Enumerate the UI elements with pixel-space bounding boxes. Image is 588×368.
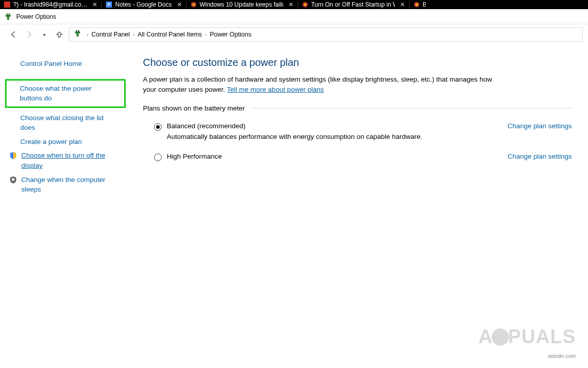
page-heading: Choose or customize a power plan <box>143 57 572 68</box>
page-description: A power plan is a collection of hardware… <box>143 75 498 94</box>
sidebar-item-create-plan[interactable]: Create a power plan <box>7 135 126 149</box>
svg-rect-0 <box>4 2 10 8</box>
chevron-right-icon: › <box>132 32 135 38</box>
chevron-down-icon: ▾ <box>43 32 46 38</box>
change-plan-settings-link[interactable]: Change plan settings <box>507 122 572 140</box>
power-plan-row: Balanced (recommended) Automatically bal… <box>143 120 572 151</box>
close-icon[interactable]: ✕ <box>400 1 405 8</box>
recent-locations-button[interactable]: ▾ <box>39 29 50 40</box>
browser-tab[interactable]: Windows 10 Update keeps failin… ✕ <box>187 0 298 9</box>
back-button[interactable] <box>8 29 19 40</box>
chevron-right-icon: › <box>86 32 89 38</box>
plan-description: Automatically balances performance with … <box>167 133 499 140</box>
forward-button[interactable] <box>23 29 34 40</box>
sidebar-home-link[interactable]: Control Panel Home <box>7 57 126 71</box>
plan-radio-high-performance[interactable] <box>154 154 162 161</box>
watermark-face-icon <box>492 328 509 346</box>
browser-tabstrip: ?) - Irashid984@gmail.co… ✕ Notes - Goog… <box>0 0 588 9</box>
section-label: Plans shown on the battery meter <box>143 104 245 112</box>
watermark-logo: A PUALS <box>479 326 576 348</box>
breadcrumb-item[interactable]: Power Options <box>210 31 251 38</box>
svg-rect-18 <box>77 33 79 36</box>
window-title: Power Options <box>16 13 56 20</box>
svg-rect-13 <box>6 15 11 17</box>
power-options-icon <box>4 13 12 21</box>
svg-rect-11 <box>7 13 8 15</box>
svg-point-19 <box>12 178 15 181</box>
breadcrumb-item[interactable]: Control Panel <box>91 31 130 38</box>
section-header: Plans shown on the battery meter <box>143 104 572 112</box>
breadcrumb[interactable]: › Control Panel › All Control Panel Item… <box>69 27 583 42</box>
svg-rect-2 <box>107 3 111 4</box>
plan-radio-balanced[interactable] <box>154 123 162 131</box>
svg-rect-3 <box>107 4 111 5</box>
window-titlebar: Power Options <box>0 9 588 24</box>
svg-rect-16 <box>78 30 79 31</box>
content-area: Control Panel Home Choose what the power… <box>0 45 588 368</box>
sidebar-item-label: Change when the computer sleeps <box>21 175 113 195</box>
tab-title: Notes - Google Docs <box>115 1 171 8</box>
close-icon[interactable]: ✕ <box>92 1 97 8</box>
svg-rect-15 <box>76 30 77 31</box>
chevron-right-icon: › <box>204 32 208 38</box>
sidebar-item-computer-sleeps[interactable]: Change when the computer sleeps <box>7 173 126 197</box>
sidebar-item-label: Choose when to turn off the display <box>21 151 113 170</box>
sidebar: Control Panel Home Choose what the power… <box>0 45 131 368</box>
plan-name[interactable]: High Performance <box>167 153 499 160</box>
divider <box>250 108 572 108</box>
sidebar-item-turn-off-display[interactable]: Choose when to turn off the display <box>7 149 126 172</box>
power-plan-row: High Performance Change plan settings <box>143 151 572 171</box>
tab-title: Turn On or Off Fast Startup in W… <box>311 1 395 8</box>
power-options-icon <box>74 29 82 40</box>
favicon-appuals-icon <box>302 2 308 8</box>
sidebar-item-power-buttons[interactable]: Choose what the power buttons do <box>5 79 126 108</box>
main-panel: Choose or customize a power plan A power… <box>131 45 588 368</box>
tab-title: ?) - Irashid984@gmail.co… <box>13 1 87 8</box>
footer-url: wsxdn.com <box>548 353 576 359</box>
sidebar-item-closing-lid[interactable]: Choose what closing the lid does <box>7 111 126 135</box>
browser-tab[interactable]: B… <box>410 0 430 9</box>
favicon-appuals-icon <box>191 2 197 8</box>
favicon-appuals-icon <box>414 2 420 8</box>
shield-icon <box>9 152 17 160</box>
svg-rect-4 <box>107 6 109 6</box>
svg-rect-12 <box>9 13 10 15</box>
tab-title: B… <box>423 1 426 8</box>
tab-title: Windows 10 Update keeps failin… <box>200 1 283 8</box>
close-icon[interactable]: ✕ <box>177 1 182 8</box>
close-icon[interactable]: ✕ <box>288 1 293 8</box>
browser-tab[interactable]: ?) - Irashid984@gmail.co… ✕ <box>0 0 101 9</box>
svg-rect-17 <box>75 31 80 33</box>
svg-point-10 <box>415 4 418 6</box>
favicon-gdocs-icon <box>106 2 112 8</box>
explorer-navigation: ▾ › Control Panel › All Control Panel It… <box>0 24 588 45</box>
shield-icon <box>9 176 17 184</box>
browser-tab[interactable]: Notes - Google Docs ✕ <box>102 0 186 9</box>
learn-more-link[interactable]: Tell me more about power plans <box>227 86 324 93</box>
up-button[interactable] <box>54 29 65 40</box>
plan-name[interactable]: Balanced (recommended) <box>167 122 499 130</box>
breadcrumb-item[interactable]: All Control Panel Items <box>137 31 202 38</box>
browser-tab[interactable]: Turn On or Off Fast Startup in W… ✕ <box>298 0 409 9</box>
svg-point-8 <box>304 4 306 6</box>
change-plan-settings-link[interactable]: Change plan settings <box>507 153 572 161</box>
svg-rect-14 <box>7 17 9 20</box>
favicon-gmail-icon <box>4 2 10 8</box>
svg-point-6 <box>192 4 195 6</box>
